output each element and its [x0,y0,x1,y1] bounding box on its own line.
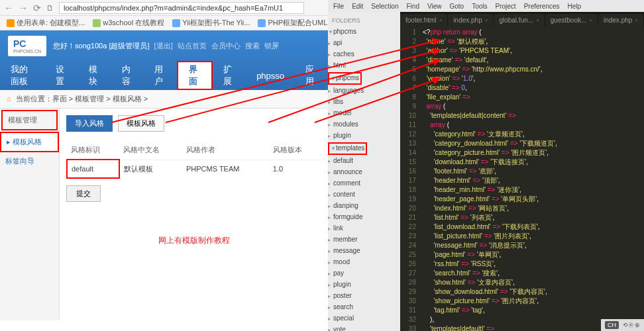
editor-tab[interactable]: footer.html × [400,14,447,26]
styles-table: 风格标识 风格中文名 风格作者 风格版本 default 默认模板 PHPCMS… [66,141,321,179]
tree-node[interactable]: ▸libs [328,97,400,108]
sublime-editor: FileEditSelectionFindViewGotoToolsProjec… [328,0,644,331]
tutorial-note: 网上有模版制作教程 [66,235,321,246]
home-link[interactable]: 站点首页 [178,42,207,50]
menu-item[interactable]: File [333,3,344,10]
tree-node[interactable]: ▸languages [328,85,400,97]
col-author: 风格作者 [182,141,269,160]
tree-node[interactable]: ▸message [328,246,400,257]
bookmark-item[interactable]: PHP框架配合UML... [258,18,333,28]
bookmark-item[interactable]: Yii框架图书-The Yii... [172,18,250,28]
tree-node[interactable]: ▸modules [328,119,400,130]
menu-item[interactable]: Tools [472,3,487,10]
tree-node[interactable]: ▸comment [328,178,400,189]
tree-node[interactable]: ▸default [328,156,400,167]
editor-tabs: footer.html ×index.php ×global.fun... ×g… [400,12,644,26]
forward-icon[interactable]: → [19,3,28,13]
code-lines[interactable]: <?php return array ( 'name' => '默认模板', '… [420,26,644,331]
editor-tab[interactable]: guestbook... × [545,14,598,26]
menu-item[interactable]: Find [407,3,419,10]
folders-header: FOLDERS [328,15,400,26]
menu-item[interactable]: Project [496,3,516,10]
status-bar: CH ⟲ ⎘ ⊕ [601,319,644,331]
menu-item[interactable]: Selection [371,3,398,10]
submit-button[interactable]: 提交 [66,185,101,202]
cell-version: 1.0 [269,160,321,178]
tree-node-templates[interactable]: ▼templates [328,142,400,156]
cell-author: PHPCMS TEAM [182,160,269,178]
tree-node[interactable]: ▸pay [328,268,400,279]
sidebar-group: 模板管理 [1,110,58,130]
col-name: 风格中文名 [119,141,182,160]
sidebar: 模板管理 ▸ 模板风格 标签向导 [0,109,60,320]
address-bar[interactable]: localhost/phpcms/index.php?m=admin&c=ind… [59,2,304,14]
table-row[interactable]: default 默认模板 PHPCMS TEAM 1.0 [67,160,321,178]
nav-tab[interactable]: 应用 [295,61,328,90]
tree-node[interactable]: ▸formguide [328,212,400,223]
sidebar-item-tag-wizard[interactable]: 标签向导 [0,152,59,170]
nav-tab[interactable]: 内容 [111,61,144,90]
cell-id: default [67,160,119,178]
tree-node[interactable]: ▸model [328,108,400,119]
editor-tab[interactable]: global.fun... × [494,14,544,26]
breadcrumb: ⌂ 当前位置：界面 > 模板管理 > 模板风格 > [0,90,328,109]
home-icon: ⌂ [7,95,11,103]
content-area: 导入风格 模板风格 风格标识 风格中文名 风格作者 风格版本 default 默… [60,109,328,320]
tree-node[interactable]: ▸content [328,189,400,201]
bookmark-item[interactable]: 使用表单: 创建模型... [7,18,85,28]
editor-tab[interactable]: index.php × [598,14,643,26]
tree-node[interactable]: ▸announce [328,167,400,178]
cell-name: 默认模板 [119,160,182,178]
col-id: 风格标识 [67,141,119,160]
tree-node[interactable]: ▸special [328,313,400,324]
col-version: 风格版本 [269,141,321,160]
import-style-button[interactable]: 导入风格 [66,115,113,132]
tree-node-phpcms[interactable]: ▼phpcms [328,71,400,85]
menu-item[interactable]: Goto [449,3,464,10]
menu-item[interactable]: Edit [352,3,363,10]
welcome-text: 您好！song100a [超级管理员] [退出] 站点首页 会员中心 搜索 锁屏 [53,41,320,51]
tree-node[interactable]: ▸api [328,38,400,49]
menu-item[interactable]: Help [568,3,582,10]
tree-node[interactable]: ▸mood [328,257,400,268]
bookmark-item[interactable]: w3school 在线教程 [93,18,164,28]
menu-item[interactable]: View [427,3,442,10]
nav-tab[interactable]: 我的面板 [0,61,45,90]
editor-menu: FileEditSelectionFindViewGotoToolsProjec… [328,0,644,12]
tree-node[interactable]: ▸poster [328,291,400,302]
member-link[interactable]: 会员中心 [211,42,241,50]
main-nav: 我的面板设置模块内容用户界面扩展phpsso应用 [0,61,328,90]
tree-node[interactable]: ▸search [328,302,400,313]
tree-node[interactable]: ▸vote [328,324,400,331]
gutter: 1234567891011121314151617181920212223242… [400,26,420,331]
sidebar-item-template-style[interactable]: ▸ 模板风格 [0,132,59,152]
nav-tab[interactable]: 模块 [78,61,111,90]
tree-node[interactable]: ▸caches [328,49,400,60]
logo: PCPHPCMS.CN [8,36,46,56]
tree-node[interactable]: ▼phpcms [328,26,400,38]
logout-link[interactable]: [退出] [154,42,173,50]
back-icon[interactable]: ← [4,3,13,13]
url-lock-icon: 🗋 [46,4,54,12]
folder-tree: FOLDERS ▼phpcms ▸api▸caches▸html ▼phpcms… [328,12,400,331]
nav-tab[interactable]: 用户 [144,61,177,90]
lock-link[interactable]: 锁屏 [264,42,279,50]
nav-tab[interactable]: 界面 [177,61,213,90]
tree-node[interactable]: ▸html [328,60,400,71]
phpcms-admin: PCPHPCMS.CN 您好！song100a [超级管理员] [退出] 站点首… [0,30,328,331]
tree-node[interactable]: ▸plugin [328,130,400,142]
tree-node[interactable]: ▸link [328,223,400,234]
reload-icon[interactable]: ⟳ [33,3,41,13]
nav-tab[interactable]: 扩展 [213,61,246,90]
menu-item[interactable]: Preferences [524,3,560,10]
nav-tab[interactable]: phpsso [246,61,295,90]
nav-tab[interactable]: 设置 [45,61,78,90]
tree-node[interactable]: ▸plugin [328,279,400,291]
tree-node[interactable]: ▸member [328,234,400,246]
ime-indicator[interactable]: CH [605,321,619,329]
editor-tab[interactable]: index.php × [448,14,493,26]
template-style-button[interactable]: 模板风格 [118,115,164,132]
tree-node[interactable]: ▸dianping [328,201,400,212]
search-link[interactable]: 搜索 [245,42,260,50]
